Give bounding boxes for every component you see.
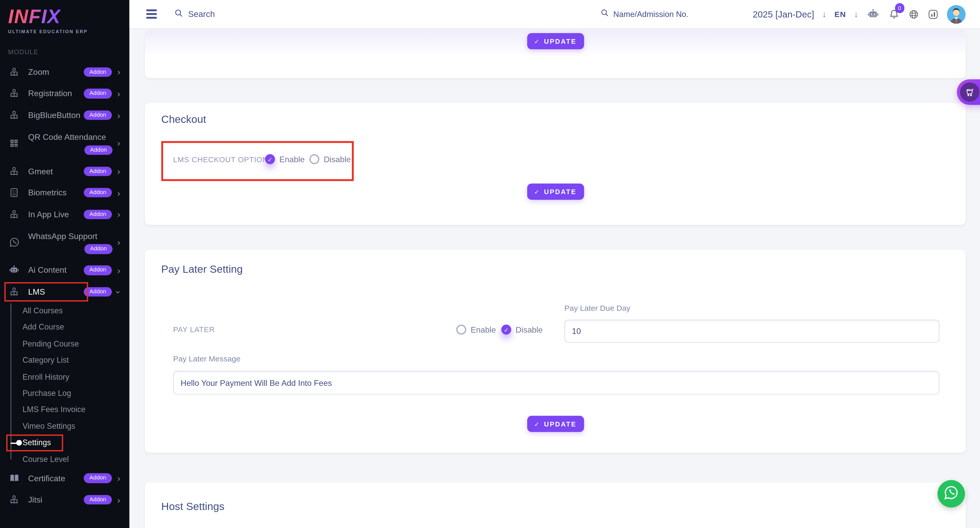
robot-icon bbox=[8, 264, 20, 276]
sidebar-item-biometrics[interactable]: Biometrics Addon › bbox=[0, 182, 129, 204]
chevron-right-icon: › bbox=[114, 139, 123, 147]
sidebar-item-whatsapp-support[interactable]: WhatsApp Support Addon › bbox=[0, 225, 129, 260]
submenu-item-vimeo-settings[interactable]: Vimeo Settings bbox=[0, 418, 129, 434]
topbar-search bbox=[174, 8, 294, 20]
submenu-item-lms-fees-invoice[interactable]: LMS Fees Invoice bbox=[0, 401, 129, 418]
lms-checkout-option-label: LMS CHECKOUT OPTION bbox=[173, 155, 268, 164]
submenu-item-all-courses[interactable]: All Courses bbox=[0, 303, 129, 319]
whatsapp-icon bbox=[943, 485, 959, 503]
submenu-item-label: Purchase Log bbox=[22, 389, 71, 398]
app-window: INFIX ULTIMATE EDUCATION ERP MODULE Zoom… bbox=[0, 0, 980, 528]
submenu-item-settings[interactable]: Settings bbox=[0, 434, 129, 451]
notifications-bell-icon[interactable]: 0 bbox=[888, 8, 900, 20]
submenu-item-label: Pending Course bbox=[22, 339, 79, 348]
sidebar-item-label: Ai Content bbox=[28, 266, 84, 275]
language-arrow-down-icon[interactable]: ↓ bbox=[854, 9, 858, 19]
submenu-item-course-level[interactable]: Course Level bbox=[0, 451, 129, 467]
chevron-right-icon: › bbox=[114, 167, 123, 176]
submenu-item-category-list[interactable]: Category List bbox=[0, 352, 129, 369]
submenu-item-label: Course Level bbox=[22, 455, 69, 463]
sidebar-item-lms[interactable]: LMS Addon › bbox=[0, 281, 129, 303]
language-selector[interactable]: EN bbox=[834, 10, 846, 19]
enable-label: Enable bbox=[280, 154, 305, 164]
submenu-item-purchase-log[interactable]: Purchase Log bbox=[0, 385, 129, 401]
sidebar-item-ai-content[interactable]: Ai Content Addon › bbox=[0, 259, 129, 281]
reader-icon bbox=[8, 88, 20, 100]
host-settings-card: Host Settings bbox=[145, 482, 966, 528]
addon-badge: Addon bbox=[84, 89, 112, 98]
sidebar-item-label: Jitsi bbox=[28, 495, 84, 504]
ai-robot-icon[interactable] bbox=[866, 7, 880, 21]
sidebar-item-label: Certificate bbox=[28, 474, 84, 483]
sidebar-item-label: BigBlueButton bbox=[28, 111, 84, 120]
session-selector[interactable]: 2025 [Jan-Dec] bbox=[753, 9, 814, 19]
sidebar-item-label: WhatsApp Support bbox=[28, 231, 97, 241]
chevron-right-icon: › bbox=[114, 111, 123, 119]
chevron-right-icon: › bbox=[114, 210, 123, 219]
disable-label: Disable bbox=[324, 154, 351, 164]
session-arrow-down-icon[interactable]: ↓ bbox=[822, 9, 826, 19]
sidebar-item-registration[interactable]: Registration Addon › bbox=[0, 83, 129, 105]
submenu-item-add-course[interactable]: Add Course bbox=[0, 319, 129, 336]
sidebar-item-certificate[interactable]: Certificate Addon › bbox=[0, 467, 129, 489]
addon-badge: Addon bbox=[84, 67, 112, 77]
logo[interactable]: INFIX ULTIMATE EDUCATION ERP bbox=[0, 0, 129, 35]
sidebar-item-label: LMS bbox=[28, 287, 84, 297]
submenu-item-pending-course[interactable]: Pending Course bbox=[0, 336, 129, 352]
host-settings-title: Host Settings bbox=[161, 501, 225, 513]
sidebar-item-bigbluebutton[interactable]: BigBlueButton Addon › bbox=[0, 105, 129, 126]
sidebar-item-qr-code-attendance[interactable]: QR Code Attendance Addon › bbox=[0, 126, 129, 160]
submenu-item-label: Category List bbox=[22, 356, 69, 365]
addon-badge: Addon bbox=[84, 188, 112, 197]
student-search-input[interactable] bbox=[613, 9, 689, 19]
pay-later-due-day-input[interactable] bbox=[565, 320, 939, 342]
lms-checkout-disable-radio[interactable]: Disable bbox=[309, 154, 351, 164]
pay-later-disable-radio[interactable]: ✓ Disable bbox=[501, 325, 543, 335]
pay-later-option-label: PAY LATER bbox=[173, 325, 215, 334]
qr-code-icon bbox=[8, 137, 20, 149]
search-input[interactable] bbox=[188, 9, 294, 19]
cart-fab[interactable] bbox=[957, 79, 980, 105]
update-button-top[interactable]: ✓ UPDATE bbox=[527, 33, 584, 49]
addon-badge: Addon bbox=[84, 166, 112, 176]
sidebar-item-label: Zoom bbox=[28, 67, 84, 77]
whatsapp-fab[interactable] bbox=[937, 480, 965, 508]
submenu-item-enroll-history[interactable]: Enroll History bbox=[0, 369, 129, 385]
sidebar-item-zoom[interactable]: Zoom Addon › bbox=[0, 61, 129, 83]
chevron-right-icon: › bbox=[114, 266, 123, 274]
reader-icon bbox=[8, 286, 20, 298]
check-icon: ✓ bbox=[534, 188, 540, 195]
chevron-right-icon: › bbox=[114, 189, 123, 197]
update-button-pay-later[interactable]: ✓ UPDATE bbox=[527, 415, 584, 432]
logo-title: INFIX bbox=[8, 6, 61, 27]
language-globe-icon[interactable] bbox=[908, 8, 920, 20]
submenu-item-label: Add Course bbox=[22, 323, 64, 332]
reader-icon bbox=[8, 494, 20, 506]
hamburger-menu-icon[interactable] bbox=[146, 10, 157, 19]
avatar[interactable] bbox=[947, 5, 966, 24]
reader-icon bbox=[8, 109, 20, 121]
pay-later-enable-radio[interactable]: Enable bbox=[456, 325, 496, 335]
stats-icon[interactable] bbox=[928, 8, 939, 20]
pay-later-message-input[interactable] bbox=[173, 371, 939, 395]
lms-checkout-enable-radio[interactable]: ✓ Enable bbox=[265, 154, 305, 164]
pay-later-message-label: Pay Later Message bbox=[173, 355, 240, 363]
addon-badge: Addon bbox=[84, 287, 112, 297]
sidebar-item-gmeet[interactable]: Gmeet Addon › bbox=[0, 160, 129, 182]
notification-count-badge: 0 bbox=[894, 3, 904, 13]
card-partial-top: ✓ UPDATE bbox=[145, 30, 966, 78]
disable-label: Disable bbox=[516, 325, 543, 334]
student-search bbox=[600, 8, 689, 20]
pay-later-due-day-label: Pay Later Due Day bbox=[565, 304, 630, 313]
addon-badge: Addon bbox=[84, 474, 112, 483]
chevron-right-icon: › bbox=[114, 495, 123, 504]
cart-icon bbox=[960, 82, 979, 102]
chevron-right-icon: › bbox=[114, 68, 123, 76]
update-button-checkout[interactable]: ✓ UPDATE bbox=[527, 184, 584, 200]
chevron-down-icon: › bbox=[114, 287, 123, 296]
document-icon bbox=[8, 187, 20, 199]
submenu-item-label: Enroll History bbox=[22, 373, 69, 381]
sidebar-item-in-app-live[interactable]: In App Live Addon › bbox=[0, 204, 129, 225]
sidebar-item-jitsi[interactable]: Jitsi Addon › bbox=[0, 489, 129, 511]
sidebar-item-label: Registration bbox=[28, 89, 84, 98]
